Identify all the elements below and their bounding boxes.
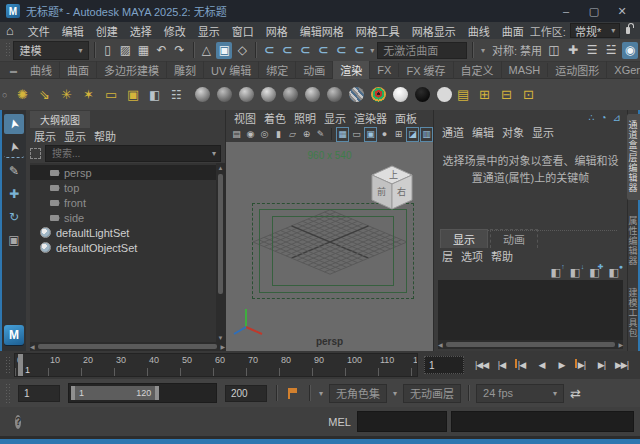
go-to-start-button[interactable]: |◀◀ (472, 356, 491, 374)
volume-light-icon[interactable]: ▣ (127, 84, 146, 106)
close-button[interactable]: ✕ (608, 1, 636, 21)
channel-box-menu-item[interactable]: 通道 (442, 124, 472, 140)
outliner-vertical-scrollbar[interactable]: ▲ ▼ (216, 163, 225, 342)
open-scene-icon[interactable]: ▨ (118, 42, 134, 59)
scale-tool-button[interactable]: ▣ (4, 230, 24, 250)
create-render-layer-icon[interactable]: ⊟ (501, 84, 520, 106)
outliner-item[interactable]: front (30, 195, 216, 210)
filter-icon[interactable] (30, 148, 41, 159)
viewport-menu-item[interactable]: 照明 (294, 110, 324, 126)
scroll-down-icon[interactable]: ▼ (218, 333, 224, 342)
outliner-item[interactable]: side (30, 210, 216, 225)
chevron-down-icon[interactable]: ▾ (319, 389, 323, 398)
phong-e-material-icon[interactable] (303, 84, 322, 106)
step-back-frame-button[interactable]: |◀ (492, 356, 511, 374)
range-slider[interactable]: 1 120 (68, 383, 217, 403)
view-cube[interactable]: 上 前 右 (363, 162, 421, 214)
render-setup-icon[interactable]: ⊞ (479, 84, 498, 106)
range-end-handle[interactable] (155, 386, 159, 400)
shelf-tab[interactable]: 自定义 (454, 61, 502, 79)
viewport-canvas[interactable]: 960 x 540 上 前 右 persp (226, 142, 433, 351)
time-slider[interactable]: 0102030405060708090100110120 1 (14, 353, 418, 377)
shelf-tab[interactable]: 动画 (296, 61, 333, 79)
toggle-render-layers-icon[interactable]: ⊡ (523, 84, 542, 106)
scroll-left-icon[interactable]: ◀ (30, 342, 35, 351)
use-background-icon[interactable] (435, 84, 454, 106)
command-line-divider[interactable] (322, 411, 323, 431)
sidebar-tab[interactable]: 通道盒/层编辑器 (627, 114, 640, 200)
render-settings-icon[interactable]: ☷ (171, 84, 190, 106)
grid-toggle-icon[interactable]: ▦ (336, 127, 349, 142)
menu-item[interactable]: 文件 (22, 23, 56, 39)
search-input[interactable] (50, 147, 212, 160)
channel-graph-icon[interactable]: ⊿ (613, 112, 621, 123)
home-icon[interactable]: ⌂ (6, 23, 14, 38)
outliner-item[interactable]: persp (30, 165, 216, 180)
new-scene-icon[interactable]: ▯ (100, 42, 116, 59)
shelf-tab[interactable]: FX (370, 63, 399, 77)
time-slider-grip[interactable] (5, 356, 11, 374)
mel-input[interactable] (357, 411, 447, 432)
resolution-gate-icon[interactable]: ▣ (364, 127, 377, 142)
menu-item[interactable]: 显示 (192, 23, 226, 39)
lasso-tool-button[interactable]: ➤ (4, 137, 24, 158)
shelf-tab[interactable]: 运动图形 (548, 61, 607, 79)
channel-box-menu-item[interactable]: 显示 (532, 124, 562, 140)
layer-horizontal-scrollbar[interactable]: ◀ ▶ (438, 340, 623, 349)
snap-to-view-plane-icon[interactable]: ⊂ (333, 42, 349, 59)
scrollbar-thumb[interactable] (446, 342, 616, 347)
view-cube-top-label[interactable]: 上 (389, 170, 398, 180)
symmetry-label[interactable]: 对称: 禁用 (492, 42, 542, 58)
toolbar-grip[interactable] (5, 42, 10, 57)
shelf-tab[interactable]: 曲面 (60, 61, 97, 79)
outliner-tab[interactable]: 大纲视图 (30, 111, 90, 128)
menu-item[interactable]: 窗口 (226, 23, 260, 39)
layer-editor-tab[interactable]: 动画 (490, 229, 538, 248)
undo-icon[interactable]: ↶ (154, 42, 170, 59)
chevron-down-icon[interactable]: ▾ (212, 149, 216, 158)
character-set-selector[interactable]: 无角色集 (329, 384, 387, 403)
safe-action-icon[interactable]: ◪ (406, 127, 419, 142)
outliner-menu-item[interactable]: 显示 (64, 128, 94, 144)
outliner-menu-item[interactable]: 展示 (34, 128, 64, 144)
lambert-material-icon[interactable] (259, 84, 278, 106)
grease-pencil-icon[interactable]: ✎ (314, 127, 327, 142)
menu-item[interactable]: 网格显示 (406, 23, 462, 39)
playback-loop-icon[interactable]: ⇄ (570, 386, 581, 401)
menu-item[interactable]: 创建 (90, 23, 124, 39)
menu-item[interactable]: 网格 (260, 23, 294, 39)
shelf-tab[interactable]: 多边形建模 (97, 61, 167, 79)
outliner-item[interactable]: top (30, 180, 216, 195)
channel-box-menu-item[interactable]: 对象 (502, 124, 532, 140)
menu-item[interactable]: 修改 (158, 23, 192, 39)
outliner-item[interactable]: defaultObjectSet (30, 240, 216, 255)
select-by-object-icon[interactable]: ▣ (216, 42, 232, 59)
shelf-tab[interactable]: UV 编辑 (204, 61, 259, 79)
menu-item[interactable]: 网格工具 (350, 23, 406, 39)
soft-select-settings-icon[interactable]: ☰ (584, 42, 600, 59)
view-cube-front-label[interactable]: 前 (377, 186, 386, 197)
viewport-toolbar-divider[interactable] (331, 128, 332, 140)
fps-selector[interactable]: 24 fps ▾ (476, 384, 564, 403)
viewport-menu-item[interactable]: 显示 (324, 110, 354, 126)
animation-end-field[interactable] (225, 385, 267, 402)
rotate-tool-button[interactable]: ↻ (4, 207, 24, 227)
shelf-tab[interactable]: FX 缓存 (399, 61, 453, 79)
camera-attributes-icon[interactable]: ◎ (258, 127, 271, 142)
minimize-button[interactable]: – (552, 1, 580, 21)
spot-light-icon[interactable]: ✶ (83, 84, 102, 106)
step-forward-frame-button[interactable]: ▶| (592, 356, 611, 374)
scrollbar-thumb[interactable] (218, 174, 223, 294)
current-time-marker[interactable] (18, 354, 23, 376)
point-light-icon[interactable]: ✳ (61, 84, 80, 106)
menu-item[interactable]: 曲线 (462, 23, 496, 39)
sidebar-tab[interactable]: 建模工具包 (627, 282, 640, 344)
standard-surface-material-icon[interactable] (193, 84, 212, 106)
select-by-component-icon[interactable]: ◇ (234, 42, 250, 59)
scroll-up-icon[interactable]: ▲ (218, 163, 224, 172)
outliner-horizontal-scrollbar[interactable]: ◀ ▶ (30, 342, 225, 351)
live-surface-field[interactable]: 无激活曲面 (377, 42, 467, 59)
layer-editor-menu-item[interactable]: 层 (442, 248, 461, 264)
film-gate-icon[interactable]: ▭ (350, 127, 363, 142)
redo-icon[interactable]: ↷ (172, 42, 188, 59)
